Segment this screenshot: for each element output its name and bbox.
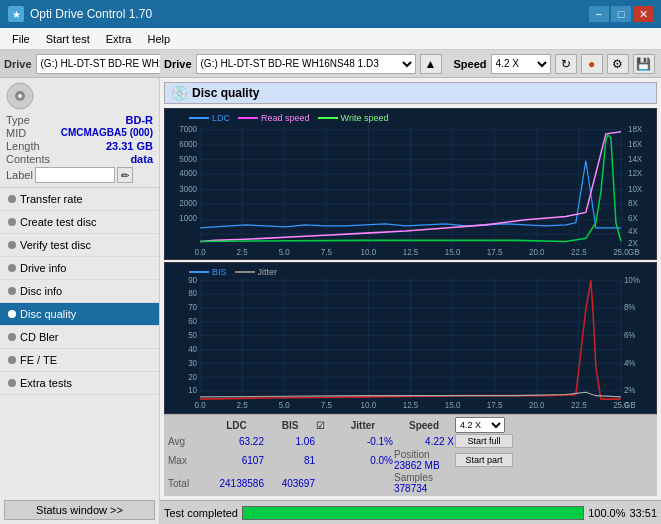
- write-label: Write speed: [341, 113, 389, 123]
- sidebar-item-create-test-disc[interactable]: Create test disc: [0, 211, 159, 234]
- svg-text:8X: 8X: [628, 199, 638, 208]
- eject-button[interactable]: ▲: [420, 54, 442, 74]
- svg-text:10%: 10%: [624, 274, 640, 285]
- menu-file[interactable]: File: [4, 31, 38, 47]
- save-icon[interactable]: 💾: [633, 54, 655, 74]
- contents-value: data: [130, 153, 153, 165]
- start-part-wrapper: Start part: [455, 453, 510, 467]
- bottom-bar: Test completed 100.0% 33:51: [160, 500, 661, 524]
- svg-text:6X: 6X: [628, 214, 638, 223]
- svg-text:2000: 2000: [179, 199, 197, 208]
- sidebar-item-fe-te[interactable]: FE / TE: [0, 349, 159, 372]
- svg-text:8%: 8%: [624, 302, 636, 313]
- sidebar-item-cd-bler[interactable]: CD Bler: [0, 326, 159, 349]
- menu-start-test[interactable]: Start test: [38, 31, 98, 47]
- svg-text:12.5: 12.5: [403, 400, 419, 411]
- type-label: Type: [6, 114, 30, 126]
- menubar: File Start test Extra Help: [0, 28, 661, 50]
- nav-dot-icon: [8, 195, 16, 203]
- nav-label: Create test disc: [20, 216, 96, 228]
- ldc-legend: LDC: [189, 113, 230, 123]
- content-area: Drive (G:) HL-DT-ST BD-RE WH16NS48 1.D3 …: [160, 50, 661, 524]
- label-edit-button[interactable]: ✏: [117, 167, 133, 183]
- avg-jitter: -0.1%: [333, 436, 393, 447]
- position-label: Position 23862 MB: [394, 449, 454, 471]
- sidebar-item-verify-test-disc[interactable]: Verify test disc: [0, 234, 159, 257]
- svg-text:6000: 6000: [179, 140, 197, 149]
- svg-text:22.5: 22.5: [571, 248, 587, 257]
- nav-label: Disc quality: [20, 308, 76, 320]
- svg-text:17.5: 17.5: [487, 400, 503, 411]
- sidebar-item-disc-quality[interactable]: Disc quality: [0, 303, 159, 326]
- titlebar-left: ★ Opti Drive Control 1.70: [8, 6, 152, 22]
- burn-icon[interactable]: ●: [581, 54, 603, 74]
- contents-label: Contents: [6, 153, 50, 165]
- progress-percent: 100.0%: [588, 507, 625, 519]
- svg-text:1000: 1000: [179, 214, 197, 223]
- disc-type-row: Type BD-R: [6, 114, 153, 126]
- jitter-legend: Jitter: [235, 267, 278, 277]
- disc-label-row: Label ✏: [6, 167, 153, 183]
- bis-label: BIS: [212, 267, 227, 277]
- svg-text:18X: 18X: [628, 125, 643, 134]
- chart1-wrapper: LDC Read speed Write speed: [164, 108, 657, 260]
- avg-label: Avg: [168, 436, 208, 447]
- read-speed-legend: Read speed: [238, 113, 310, 123]
- disc-info-panel: Type BD-R MID CMCMAGBA5 (000) Length 23.…: [0, 78, 159, 188]
- menu-extra[interactable]: Extra: [98, 31, 140, 47]
- position-value: 23862 MB: [394, 460, 440, 471]
- nav-label: Transfer rate: [20, 193, 83, 205]
- maximize-button[interactable]: □: [611, 6, 631, 22]
- disc-icon: [6, 82, 34, 110]
- nav-label: CD Bler: [20, 331, 59, 343]
- svg-text:0.0: 0.0: [195, 248, 207, 257]
- status-window-button[interactable]: Status window >>: [4, 500, 155, 520]
- max-jitter: 0.0%: [333, 455, 393, 466]
- speed-dropdown[interactable]: 4.2 X: [455, 417, 505, 433]
- app-title: Opti Drive Control 1.70: [30, 7, 152, 21]
- svg-text:10X: 10X: [628, 185, 643, 194]
- speed-header: Speed: [394, 420, 454, 431]
- svg-text:22.5: 22.5: [571, 400, 587, 411]
- label-label: Label: [6, 169, 33, 181]
- length-value: 23.31 GB: [106, 140, 153, 152]
- top-drive-select[interactable]: (G:) HL-DT-ST BD-RE WH16NS48 1.D3: [196, 54, 416, 74]
- label-input[interactable]: [35, 167, 115, 183]
- svg-text:0.0: 0.0: [195, 400, 206, 411]
- svg-text:17.5: 17.5: [487, 248, 503, 257]
- start-full-wrapper: Start full: [455, 434, 510, 448]
- svg-text:4%: 4%: [624, 357, 636, 368]
- nav-label: Drive info: [20, 262, 66, 274]
- elapsed-time: 33:51: [629, 507, 657, 519]
- svg-text:2.5: 2.5: [237, 400, 248, 411]
- chart1-legend: LDC Read speed Write speed: [185, 111, 392, 125]
- refresh-icon[interactable]: ↻: [555, 54, 577, 74]
- speed-select-header: 4.2 X: [455, 417, 510, 433]
- settings-icon[interactable]: ⚙: [607, 54, 629, 74]
- svg-text:40: 40: [188, 343, 197, 354]
- svg-text:6%: 6%: [624, 329, 636, 340]
- sidebar-item-disc-info[interactable]: Disc info: [0, 280, 159, 303]
- minimize-button[interactable]: −: [589, 6, 609, 22]
- nav-dot-icon: [8, 264, 16, 272]
- sidebar-item-drive-info[interactable]: Drive info: [0, 257, 159, 280]
- charts-container: LDC Read speed Write speed: [164, 108, 657, 414]
- samples-label: Samples 378734: [394, 472, 454, 494]
- start-part-button[interactable]: Start part: [455, 453, 513, 467]
- menu-help[interactable]: Help: [139, 31, 178, 47]
- app-icon: ★: [8, 6, 24, 22]
- start-full-button[interactable]: Start full: [455, 434, 513, 448]
- sidebar-item-transfer-rate[interactable]: Transfer rate: [0, 188, 159, 211]
- speed-select[interactable]: 4.2 X: [491, 54, 551, 74]
- max-label: Max: [168, 455, 208, 466]
- stats-area: LDC BIS ☑ Jitter Speed 4.2 X Avg 63.22 1…: [164, 414, 657, 496]
- avg-speed: 4.22 X: [394, 436, 454, 447]
- close-button[interactable]: ✕: [633, 6, 653, 22]
- progress-bar: [242, 506, 584, 520]
- svg-text:15.0: 15.0: [445, 248, 461, 257]
- svg-text:5.0: 5.0: [279, 248, 291, 257]
- svg-text:7.5: 7.5: [321, 400, 332, 411]
- length-label: Length: [6, 140, 40, 152]
- svg-text:60: 60: [188, 316, 197, 327]
- sidebar-item-extra-tests[interactable]: Extra tests: [0, 372, 159, 395]
